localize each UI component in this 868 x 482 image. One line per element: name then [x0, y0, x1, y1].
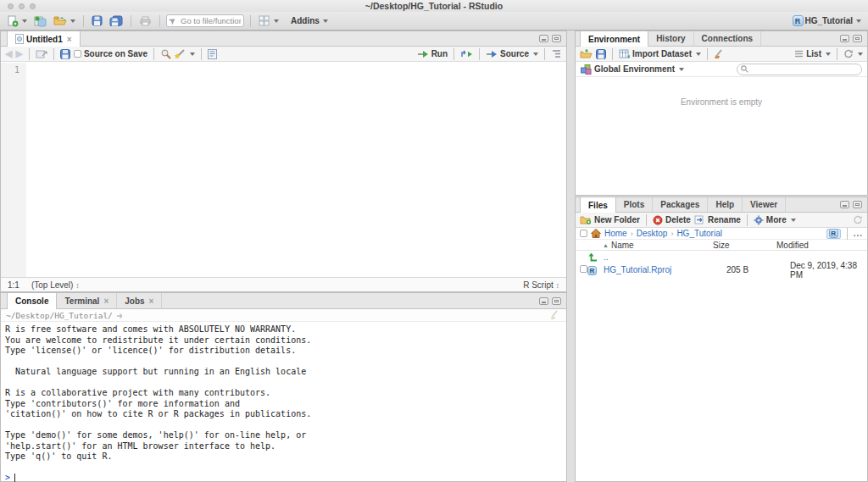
- back-icon[interactable]: ◀: [5, 48, 12, 59]
- updir-link[interactable]: ..: [601, 252, 726, 262]
- breadcrumb-home[interactable]: Home: [604, 229, 627, 238]
- tab-viewer[interactable]: Viewer: [743, 197, 786, 212]
- file-type-selector[interactable]: R Script ↕: [523, 280, 559, 290]
- code-tools-button[interactable]: [175, 48, 195, 59]
- document-outline-icon[interactable]: [551, 49, 562, 58]
- file-type-updown-icon: ↕: [556, 281, 560, 290]
- new-file-icon: [7, 15, 19, 27]
- maximize-pane-button[interactable]: [552, 297, 561, 305]
- minimize-pane-button[interactable]: [840, 35, 849, 42]
- new-folder-button[interactable]: New Folder: [580, 215, 640, 224]
- editor-content[interactable]: [26, 63, 566, 277]
- tab-help[interactable]: Help: [708, 197, 743, 212]
- run-button[interactable]: Run: [417, 49, 448, 58]
- tab-packages[interactable]: Packages: [653, 197, 708, 212]
- delete-label: Delete: [665, 215, 691, 224]
- line-number: 1: [1, 65, 19, 75]
- save-all-icon: [109, 15, 123, 26]
- addins-button[interactable]: Addins: [289, 15, 330, 26]
- maximize-pane-button[interactable]: [853, 201, 862, 208]
- environment-search-box[interactable]: [737, 64, 862, 75]
- save-all-button[interactable]: [108, 14, 125, 27]
- refresh-files-icon[interactable]: [853, 215, 863, 225]
- more-directory-options-button[interactable]: ...: [854, 229, 863, 238]
- r-project-icon: R: [793, 15, 804, 26]
- tab-untitled1[interactable]: Untitled1 ×: [7, 31, 81, 47]
- source-caret-icon: [533, 53, 538, 56]
- console-cwd-row: ~/Desktop/HG_Tutorial/: [1, 309, 566, 322]
- minimize-pane-button[interactable]: [840, 201, 849, 208]
- source-button[interactable]: Source: [486, 49, 538, 58]
- breadcrumb-desktop[interactable]: Desktop: [637, 229, 668, 238]
- files-tabbar: Files Plots Packages Help Viewer: [576, 197, 867, 213]
- files-pane-window-buttons: [840, 201, 862, 208]
- new-project-icon: [34, 15, 47, 27]
- rerun-icon[interactable]: [460, 50, 473, 58]
- rename-button[interactable]: Rename: [694, 215, 741, 224]
- goto-project-directory-button[interactable]: R: [826, 229, 841, 239]
- table-row-file[interactable]: R HG_Tutorial.Rproj 205 B Dec 9, 2019, 4…: [576, 263, 867, 276]
- close-tab-icon[interactable]: ×: [149, 296, 154, 306]
- delete-button[interactable]: Delete: [653, 215, 691, 225]
- save-workspace-icon[interactable]: [596, 49, 606, 59]
- goto-file-search: [166, 14, 244, 27]
- console-prompt-line[interactable]: >: [5, 473, 566, 482]
- tab-environment[interactable]: Environment: [580, 31, 648, 47]
- open-in-new-window-icon[interactable]: [36, 49, 47, 59]
- column-size[interactable]: Size: [713, 241, 776, 250]
- r-script-icon: [15, 34, 24, 44]
- maximize-pane-button[interactable]: [552, 35, 561, 42]
- import-dataset-button[interactable]: Import Dataset: [619, 49, 701, 58]
- print-button[interactable]: [137, 14, 153, 27]
- new-project-button[interactable]: [32, 14, 48, 28]
- project-menu-button[interactable]: R HG_Tutorial: [791, 14, 863, 27]
- close-tab-icon[interactable]: ×: [67, 35, 72, 44]
- source-on-save-checkbox[interactable]: [74, 50, 81, 58]
- code-editor[interactable]: 1: [1, 63, 566, 277]
- minimize-pane-button[interactable]: [539, 297, 548, 305]
- clear-environment-broom-icon[interactable]: [714, 49, 725, 59]
- environment-scope-button[interactable]: Global Environment: [581, 64, 684, 75]
- tab-files[interactable]: Files: [580, 197, 616, 213]
- clear-console-broom-icon[interactable]: [550, 310, 561, 320]
- minimize-pane-button[interactable]: [539, 35, 548, 42]
- tab-jobs[interactable]: Jobs ×: [117, 293, 162, 308]
- home-icon[interactable]: [591, 229, 601, 238]
- list-view-button[interactable]: List: [794, 49, 831, 58]
- tab-history[interactable]: History: [648, 31, 693, 46]
- new-file-button[interactable]: [5, 14, 29, 28]
- load-workspace-icon[interactable]: [580, 49, 593, 58]
- more-button[interactable]: More: [754, 215, 796, 225]
- tab-terminal[interactable]: Terminal ×: [57, 293, 117, 308]
- delete-icon: [653, 215, 663, 225]
- console-output[interactable]: R is free software and comes with ABSOLU…: [1, 322, 566, 482]
- breadcrumb-project[interactable]: HG_Tutorial: [676, 229, 722, 238]
- divider: [747, 214, 748, 226]
- column-name[interactable]: ▲ Name: [576, 241, 713, 250]
- goto-directory-icon[interactable]: [116, 312, 125, 319]
- close-tab-icon[interactable]: ×: [103, 296, 108, 306]
- r-project-icon: R: [587, 266, 597, 275]
- file-checkbox[interactable]: [580, 265, 587, 273]
- compile-report-icon[interactable]: [208, 49, 217, 59]
- column-modified-label: Modified: [776, 241, 809, 250]
- forward-icon[interactable]: ▶: [15, 48, 22, 59]
- refresh-environment-button[interactable]: [843, 49, 863, 59]
- open-file-button[interactable]: [52, 14, 77, 27]
- divider: [201, 48, 202, 60]
- save-icon[interactable]: [60, 49, 70, 59]
- file-name-link[interactable]: HG_Tutorial.Rproj: [601, 265, 726, 274]
- tab-plots[interactable]: Plots: [616, 197, 653, 212]
- select-all-checkbox[interactable]: [580, 230, 587, 237]
- console-line: You are welcome to redistribute it under…: [5, 335, 566, 346]
- pane-layout-button[interactable]: [257, 14, 281, 27]
- save-button[interactable]: [90, 14, 104, 27]
- console-line: [5, 357, 566, 368]
- maximize-pane-button[interactable]: [853, 35, 862, 42]
- find-replace-icon[interactable]: [160, 48, 171, 59]
- scope-selector[interactable]: (Top Level) ↕: [31, 280, 80, 290]
- column-modified[interactable]: Modified: [776, 241, 867, 250]
- console-line: Natural language support but running in …: [5, 367, 566, 378]
- tab-connections[interactable]: Connections: [694, 31, 762, 46]
- tab-console[interactable]: Console: [7, 293, 57, 309]
